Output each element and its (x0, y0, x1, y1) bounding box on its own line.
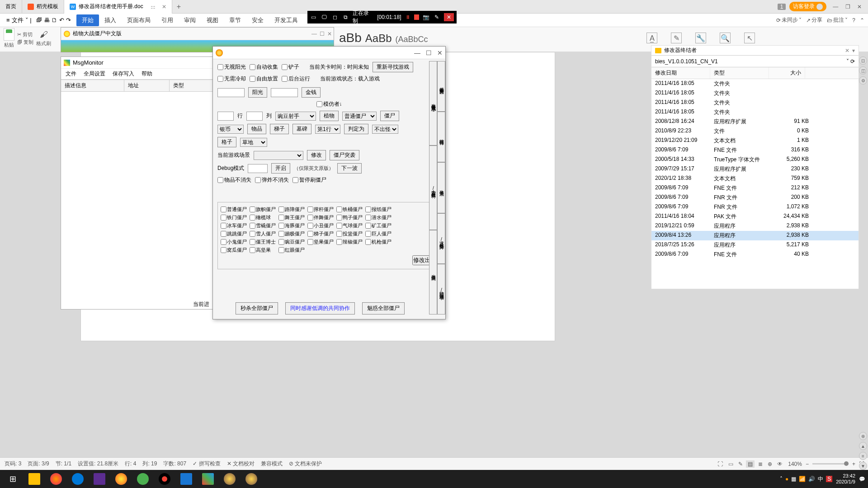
tb-msgmon[interactable] (197, 470, 219, 488)
plant-button[interactable]: 植物 (320, 111, 339, 121)
kill-all-button[interactable]: 秒杀全部僵尸 (236, 302, 278, 314)
file-row-17[interactable]: 2018/7/25 15:26应用程序5,217 KB (651, 240, 859, 250)
zombie-check-2[interactable]: 路障僵尸 (278, 206, 307, 213)
ribbon-tab-layout[interactable]: 页面布局 (122, 14, 156, 26)
menu-help[interactable]: 帮助 (142, 70, 152, 78)
file-row-5[interactable]: 2010/8/9 22:23文件0 KB (651, 127, 859, 136)
tray-wifi-icon[interactable]: 📶 (799, 476, 806, 482)
help-icon[interactable]: ? (852, 17, 855, 23)
ribbon-tab-insert[interactable]: 插入 (99, 14, 122, 26)
file-row-1[interactable]: 2011/4/16 18:05文件夹 (651, 89, 859, 98)
zombie-check-30[interactable]: 窝瓜僵尸 (221, 247, 249, 253)
file-row-16[interactable]: 2009/8/4 13:26应用程序2,938 KB (651, 231, 859, 240)
copy-button[interactable]: 🗐 复制 (17, 39, 33, 46)
undo-icon[interactable]: ↶ (59, 17, 64, 23)
col-addr[interactable]: 地址 (124, 80, 170, 91)
file-row-11[interactable]: 2009/8/6 7:09FNE 文件212 KB (651, 183, 859, 193)
msgmon-body[interactable] (61, 92, 214, 297)
col-size[interactable]: 大小 (769, 67, 805, 79)
file-row-9[interactable]: 2009/7/29 15:17应用程序扩展230 KB (651, 164, 859, 174)
vtab-0[interactable]: 园艺商店带常规 (437, 61, 445, 112)
status-proof[interactable]: ✕ 文档校对 (227, 460, 255, 468)
chk-nocool[interactable]: 无需冷却 (217, 75, 246, 83)
zombie-check-11[interactable]: 潜水僵尸 (365, 214, 393, 221)
select-tool-icon[interactable]: ◫ (859, 66, 867, 75)
tb-clover[interactable] (132, 470, 154, 488)
msgmon-titlebar[interactable]: MsgMonitor (61, 57, 214, 69)
status-protect[interactable]: ⊘ 文档未保护 (289, 460, 322, 468)
tray-ime-zh[interactable]: 中 (818, 475, 823, 483)
zombie-check-14[interactable]: 海豚僵尸 (278, 222, 307, 229)
ribbon-tab-ref[interactable]: 引用 (156, 14, 179, 26)
zombie-check-28[interactable]: 辣椒僵尸 (336, 239, 364, 245)
coin-select[interactable]: 银币 (217, 125, 244, 134)
vtab-1[interactable]: 特性调节 (437, 112, 445, 162)
vtab-3[interactable]: 冰道/阵势修改 (437, 213, 445, 264)
file-row-15[interactable]: 2019/12/21 0:59应用程序2,938 KB (651, 221, 859, 231)
tray-app2-icon[interactable]: ▦ (791, 476, 796, 482)
tray-volume-icon[interactable]: 🔊 (808, 476, 815, 482)
file-row-14[interactable]: 2011/4/16 18:04PAK 文件24,434 KB (651, 212, 859, 221)
close-recorder-icon[interactable]: ✕ (444, 13, 454, 21)
zombie-check-19[interactable]: 雪人僵尸 (250, 230, 278, 237)
zoom-tool-icon[interactable]: 🔍 (720, 33, 731, 43)
camera-icon[interactable]: 📷 (423, 14, 429, 21)
tb-vs[interactable] (89, 470, 110, 488)
collapse-ribbon-icon[interactable]: ⌃ (860, 17, 864, 23)
restore-icon[interactable]: ❐ (843, 4, 853, 10)
ribbon-tab-safe[interactable]: 安全 (246, 14, 269, 26)
chk-shovel[interactable]: 铲子 (282, 63, 299, 71)
zombie-check-32[interactable]: 红眼僵尸 (278, 247, 307, 253)
plant-select[interactable]: 豌豆射手 (275, 112, 316, 121)
explorer-path[interactable]: bies_V1.0.0.1051_CN_V1 ˅ ⟳ (651, 56, 859, 67)
zombie-check-29[interactable]: 机枪僵尸 (365, 239, 393, 245)
scroll-up-icon[interactable]: ▲ (859, 442, 867, 450)
modify-scene-button[interactable]: 修改 (307, 150, 326, 160)
pvz-maximize-icon[interactable]: ☐ (320, 31, 325, 37)
grid-button[interactable]: 格子 (217, 137, 236, 147)
zoom-in-icon[interactable]: + (852, 461, 855, 467)
zombie-check-12[interactable]: 冰车僵尸 (221, 222, 249, 229)
zoom-out-icon[interactable]: − (806, 461, 809, 467)
ribbon-tab-review[interactable]: 审阅 (179, 14, 201, 26)
zombie-check-15[interactable]: 小丑僵尸 (307, 222, 335, 229)
zombie-check-16[interactable]: 气球僵尸 (336, 222, 364, 229)
debug-input[interactable] (248, 164, 268, 173)
tb-firefox[interactable] (45, 470, 67, 488)
col-desc[interactable]: 描述信息 (61, 80, 124, 91)
tb-trainer[interactable] (241, 470, 262, 488)
terrain-select[interactable]: 草地 (240, 138, 267, 147)
style-sample-1[interactable]: aBb (339, 31, 362, 45)
web-view-icon[interactable]: ⊕ (766, 460, 774, 468)
eye-icon[interactable]: 👁 (775, 460, 784, 468)
file-row-13[interactable]: 2009/8/6 7:09FNR 文件1,072 KB (651, 202, 859, 212)
trainer-titlebar[interactable]: — ☐ ✕ (213, 47, 445, 59)
format-painter[interactable]: 🖌 格式刷 (36, 30, 51, 47)
style-sample-3[interactable]: (AaBbCc (396, 35, 428, 44)
pin-icon[interactable]: ⚏ (151, 4, 156, 10)
window-icon[interactable]: ⧉ (342, 14, 349, 21)
file-row-2[interactable]: 2011/4/16 18:05文件夹 (651, 98, 859, 108)
paste-button[interactable]: 粘贴 (4, 28, 14, 48)
pvz-minimize-icon[interactable]: — (311, 31, 317, 37)
money-input[interactable] (271, 88, 298, 97)
char-tool-icon[interactable]: ✎ (671, 33, 682, 43)
tb-pvz[interactable] (219, 470, 241, 488)
add-tab-button[interactable]: + (172, 3, 185, 11)
zoom-slider[interactable] (812, 463, 849, 465)
login-button[interactable]: 访客登录 (789, 2, 826, 11)
ribbon-tab-chapter[interactable]: 章节 (224, 14, 246, 26)
zombie-check-4[interactable]: 铁桶僵尸 (336, 206, 364, 213)
explorer-tab[interactable]: 修改器终结者 ✕ ▾ (651, 46, 859, 56)
refresh-icon[interactable]: ⟳ (850, 58, 855, 65)
pause-icon[interactable]: ⏸ (405, 14, 410, 20)
minimize-icon[interactable]: — (830, 4, 841, 10)
col-input[interactable] (246, 112, 263, 121)
file-row-4[interactable]: 2008/12/8 16:24应用程序扩展91 KB (651, 117, 859, 127)
zombie-check-10[interactable]: 鸭子僵尸 (336, 214, 364, 221)
tab-document[interactable]: W修改器终结者使用手册.doc⚏✕ (64, 0, 172, 14)
chk-autocollect[interactable]: 自动收集 (250, 63, 278, 71)
ribbon-tab-start[interactable]: 开始 (76, 14, 99, 26)
zombie-check-18[interactable]: 跳跳僵尸 (221, 230, 249, 237)
scroll-anchor-icon[interactable]: ⊕ (859, 432, 867, 440)
